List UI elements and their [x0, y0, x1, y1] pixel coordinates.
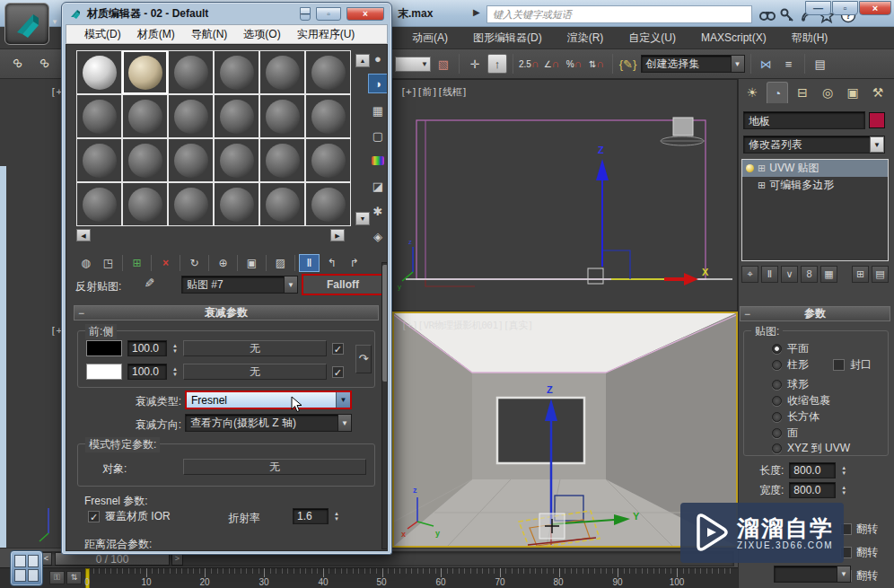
tab-hierarchy-icon[interactable]: ⊟: [792, 82, 813, 103]
backlight-icon[interactable]: ◑: [368, 74, 388, 93]
tab-motion-icon[interactable]: ◎: [817, 82, 838, 103]
front-viewport-label[interactable]: [+][前][线框]: [400, 85, 467, 99]
material-slot[interactable]: [168, 182, 214, 226]
modifier-list-combo[interactable]: 修改器列表 ▼: [743, 136, 885, 154]
material-slot[interactable]: [76, 94, 122, 138]
search-input[interactable]: [486, 5, 752, 23]
align-icon[interactable]: ≡: [779, 54, 799, 74]
layer-manager-icon[interactable]: ▤: [811, 54, 830, 74]
material-editor-scrollbar[interactable]: [381, 262, 388, 549]
radio-icon[interactable]: [772, 443, 782, 453]
put-to-scene-icon[interactable]: ◳: [98, 254, 118, 272]
select-by-material-icon[interactable]: ◈: [368, 226, 388, 246]
material-slot[interactable]: [214, 138, 259, 182]
swap-colors-icon[interactable]: ↷: [355, 345, 372, 373]
material-slot[interactable]: [168, 50, 214, 94]
expand-icon[interactable]: ⊞: [758, 162, 766, 174]
make-preview-icon[interactable]: ◪: [368, 176, 388, 196]
viewport-front[interactable]: X Z z y [+][前][线框]: [392, 79, 738, 312]
length-field[interactable]: 800.0: [789, 462, 836, 478]
width-field[interactable]: 800.0: [789, 482, 836, 498]
combo-arrow-icon[interactable]: ▼: [337, 415, 351, 431]
scrollbar-thumb[interactable]: [382, 265, 388, 382]
selection-region-icon[interactable]: ▧: [434, 54, 453, 74]
remove-modifier-icon[interactable]: 8: [801, 266, 818, 283]
material-slot[interactable]: [305, 50, 351, 94]
material-slot[interactable]: [122, 182, 168, 226]
menu-customize[interactable]: 自定义(U): [616, 31, 688, 46]
snaps-toggle-icon[interactable]: 2.5∩: [519, 54, 539, 74]
select-and-manipulate-icon[interactable]: ✛: [465, 54, 485, 74]
keyboard-shortcut-toggle-icon[interactable]: ↑: [487, 54, 507, 74]
material-slot[interactable]: [122, 94, 168, 138]
stack-extra-icon[interactable]: ⊞: [852, 266, 869, 283]
material-slot[interactable]: [168, 138, 214, 182]
partially-hidden-combo[interactable]: ▼: [774, 566, 851, 583]
material-slot[interactable]: [305, 182, 351, 226]
options-icon[interactable]: ✱: [368, 201, 388, 221]
cap-checkbox[interactable]: [833, 359, 845, 371]
front-map-checkbox[interactable]: ✓: [332, 343, 344, 355]
object-name-field[interactable]: 地板: [743, 111, 865, 129]
width-spinner-icon[interactable]: ▲▼: [841, 486, 846, 496]
slots-scroll-left-icon[interactable]: ◀: [76, 229, 91, 241]
menu-help[interactable]: 帮助(H): [779, 31, 841, 46]
radio-icon[interactable]: [772, 360, 782, 370]
reference-coordinate-combo[interactable]: ▼: [395, 57, 431, 72]
app-button-arrow-icon[interactable]: ▼: [51, 18, 58, 26]
combo-arrow-icon[interactable]: ▼: [336, 392, 350, 408]
go-forward-sibling-icon[interactable]: ↱: [344, 254, 364, 272]
make-unique-icon[interactable]: ∨: [781, 266, 798, 283]
expand-icon[interactable]: ⊞: [758, 180, 766, 191]
material-slot[interactable]: [122, 50, 168, 94]
light-bulb-icon[interactable]: [746, 164, 754, 172]
falloff-map-button[interactable]: Falloff: [302, 274, 384, 295]
minimize-button[interactable]: —: [805, 1, 831, 15]
get-material-icon[interactable]: ◍: [75, 254, 96, 272]
radio-cylindrical[interactable]: 柱形: [772, 357, 809, 373]
viewport-layout-toggle[interactable]: [10, 550, 43, 586]
menu-rendering[interactable]: 渲染(R): [555, 31, 617, 46]
object-color-swatch[interactable]: [869, 112, 885, 128]
material-slot[interactable]: [168, 94, 214, 138]
put-to-library-icon[interactable]: ⊕: [213, 254, 233, 272]
map-name-combo[interactable]: 贴图 #7 ▼: [181, 276, 298, 294]
length-spinner-icon[interactable]: ▲▼: [841, 466, 846, 476]
front-amount-spinner-icon[interactable]: ▲▼: [172, 344, 178, 354]
override-ior-row[interactable]: ✓ 覆盖材质 IOR: [88, 509, 171, 524]
cap-checkbox-row[interactable]: 封口: [833, 357, 872, 373]
mirror-icon[interactable]: ⋈: [757, 54, 776, 74]
falloff-direction-combo[interactable]: 查看方向(摄影机 Z 轴) ▼: [185, 414, 352, 432]
tab-display-icon[interactable]: ▣: [842, 82, 863, 103]
me-close-button[interactable]: ×: [346, 7, 384, 21]
slots-scroll-right-icon[interactable]: ▶: [330, 229, 345, 241]
tab-modify-icon[interactable]: ◔: [767, 82, 788, 103]
material-slot[interactable]: [214, 94, 259, 138]
material-slot[interactable]: [259, 182, 305, 226]
radio-icon[interactable]: [772, 428, 782, 438]
close-button[interactable]: ×: [859, 1, 891, 15]
material-id-channel-icon[interactable]: ▣: [241, 254, 262, 272]
collapse-icon[interactable]: −: [78, 307, 84, 320]
radio-xyz-to-uvw[interactable]: XYZ 到 UVW: [772, 441, 850, 456]
me-menu-utilities[interactable]: 实用程序(U): [290, 27, 363, 42]
radio-planar[interactable]: 平面: [772, 341, 809, 356]
material-slot[interactable]: [214, 50, 259, 94]
material-slot[interactable]: [259, 138, 305, 182]
me-menu-options[interactable]: 选项(O): [236, 27, 287, 42]
reset-map-icon[interactable]: ×: [155, 254, 176, 272]
radio-box[interactable]: 长方体: [772, 409, 820, 425]
radio-shrinkwrap[interactable]: 收缩包裹: [772, 393, 830, 408]
me-menu-modes[interactable]: 模式(D): [77, 27, 128, 42]
camera-viewport-label[interactable]: [+][VR物理摄影机001][真实]: [401, 319, 533, 332]
combo-arrow-icon[interactable]: ▼: [284, 276, 297, 293]
tab-create-icon[interactable]: ☀: [741, 82, 763, 103]
tab-utilities-icon[interactable]: ⚒: [867, 82, 889, 103]
show-map-in-viewport-icon[interactable]: ▨: [270, 254, 291, 272]
me-restore-button[interactable]: ▫: [316, 7, 341, 21]
quick-access-arrow-icon[interactable]: ▶: [473, 7, 480, 17]
stack-item-editable-poly[interactable]: ⊞ 可编辑多边形: [742, 177, 888, 194]
named-selection-set-combo[interactable]: 创建选择集 ▼: [641, 55, 745, 73]
front-map-button[interactable]: 无: [183, 340, 327, 356]
menu-animation[interactable]: 动画(A): [399, 31, 460, 46]
